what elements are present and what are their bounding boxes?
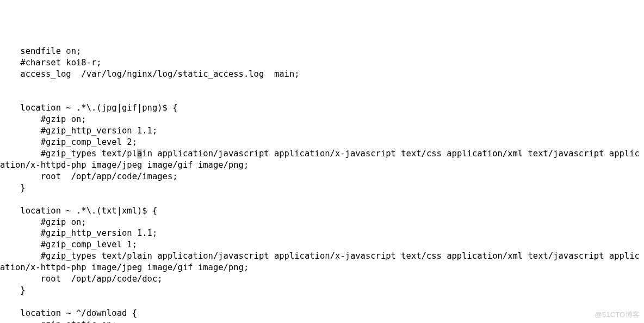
code-line: #gzip_types text/plain application/javas… xyxy=(0,149,640,170)
code-line: #gzip_http_version 1.1; xyxy=(0,126,157,136)
code-line: root /opt/app/code/doc; xyxy=(0,274,163,284)
code-line: access_log /var/log/nginx/log/static_acc… xyxy=(0,69,300,79)
cursor-highlight: a xyxy=(137,149,142,159)
code-line: #gzip_comp_level 1; xyxy=(0,240,137,249)
watermark: @51CTO博客 xyxy=(595,310,640,320)
code-line: root /opt/app/code/images; xyxy=(0,172,178,181)
code-line: #gzip_comp_level 2; xyxy=(0,137,137,147)
code-line: sendfile on; xyxy=(0,46,81,56)
code-line: location ~ .*\.(jpg|gif|png)$ { xyxy=(0,103,178,113)
code-line: #gzip on; xyxy=(0,114,86,124)
code-line: #gzip_types text/plain application/javas… xyxy=(0,251,640,272)
code-line: location ~ .*\.(txt|xml)$ { xyxy=(0,206,157,216)
nginx-config-code: sendfile on; #charset koi8-r; access_log… xyxy=(0,46,644,323)
code-line: } xyxy=(0,183,26,193)
code-line: #gzip on; xyxy=(0,217,86,227)
code-line: } xyxy=(0,285,26,295)
code-line: #gzip_http_version 1.1; xyxy=(0,228,157,238)
code-line: gzip_static on; xyxy=(0,320,117,323)
code-line: #charset koi8-r; xyxy=(0,58,102,68)
code-line: location ~ ^/download { xyxy=(0,308,137,318)
